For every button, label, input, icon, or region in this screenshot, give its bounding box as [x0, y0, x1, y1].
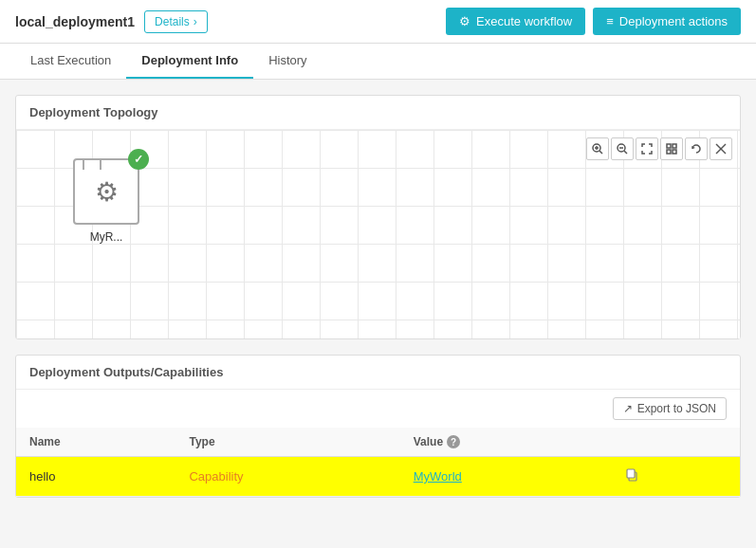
chevron-right-icon: › — [194, 15, 197, 28]
svg-line-1 — [599, 151, 602, 154]
topology-node[interactable]: ⚙ ✓ MyR... — [73, 158, 139, 244]
export-json-button[interactable]: ↗ Export to JSON — [613, 397, 727, 420]
undo-button[interactable] — [685, 137, 708, 160]
fit-button[interactable] — [636, 137, 658, 160]
col-value: Value ? — [400, 428, 608, 457]
tab-history[interactable]: History — [253, 44, 322, 79]
main-content: Deployment Topology — [0, 80, 756, 528]
menu-icon: ≡ — [606, 14, 614, 28]
execute-workflow-button[interactable]: ⚙ Execute workflow — [446, 8, 585, 35]
col-name: Name — [16, 428, 175, 457]
value-info-icon: ? — [447, 435, 460, 448]
topology-controls — [586, 137, 732, 160]
cell-type: Capability — [175, 457, 399, 497]
cell-value: MyWorld — [400, 457, 608, 497]
svg-rect-8 — [673, 144, 676, 148]
cell-copy — [608, 457, 740, 497]
table-row: hello Capability MyWorld — [16, 457, 740, 497]
outputs-card: Deployment Outputs/Capabilities ↗ Export… — [15, 355, 741, 498]
deployment-name: local_deployment1 — [15, 14, 135, 29]
col-type: Type — [175, 428, 399, 457]
svg-rect-9 — [667, 150, 671, 154]
node-label: MyR... — [90, 230, 123, 244]
copy-icon — [625, 468, 638, 482]
tabs-bar: Last Execution Deployment Info History — [0, 44, 756, 80]
svg-rect-14 — [627, 469, 635, 478]
header-right: ⚙ Execute workflow ≡ Deployment actions — [446, 8, 741, 35]
tab-deployment-info[interactable]: Deployment Info — [126, 44, 253, 79]
topology-area: ⚙ ✓ MyR... — [16, 130, 740, 338]
zoom-out-button[interactable] — [611, 137, 634, 160]
node-check-icon: ✓ — [128, 149, 149, 170]
col-actions — [608, 428, 740, 457]
deployment-actions-button[interactable]: ≡ Deployment actions — [593, 8, 741, 35]
header: local_deployment1 Details › ⚙ Execute wo… — [0, 0, 756, 44]
layout-button[interactable] — [660, 137, 683, 160]
workflow-icon: ⚙ — [459, 14, 470, 28]
expand-button[interactable] — [710, 137, 732, 160]
copy-button[interactable] — [621, 466, 642, 486]
details-button[interactable]: Details › — [144, 10, 208, 33]
gear-icon: ⚙ — [95, 176, 119, 208]
outputs-header: ↗ Export to JSON — [16, 390, 740, 428]
topology-card: Deployment Topology — [15, 95, 741, 339]
outputs-title: Deployment Outputs/Capabilities — [16, 356, 740, 390]
svg-line-5 — [624, 151, 627, 154]
outputs-table: Name Type Value ? — [16, 428, 740, 497]
zoom-in-button[interactable] — [586, 137, 609, 160]
topology-title: Deployment Topology — [16, 96, 740, 130]
svg-rect-10 — [673, 150, 676, 154]
tab-last-execution[interactable]: Last Execution — [15, 44, 126, 79]
export-icon: ↗ — [623, 402, 633, 415]
node-icon: ⚙ — [73, 158, 139, 225]
cell-name: hello — [16, 457, 175, 497]
node-icon-wrap: ⚙ ✓ — [73, 158, 139, 225]
header-left: local_deployment1 Details › — [15, 10, 208, 33]
svg-rect-7 — [667, 144, 671, 148]
table-header-row: Name Type Value ? — [16, 428, 740, 457]
